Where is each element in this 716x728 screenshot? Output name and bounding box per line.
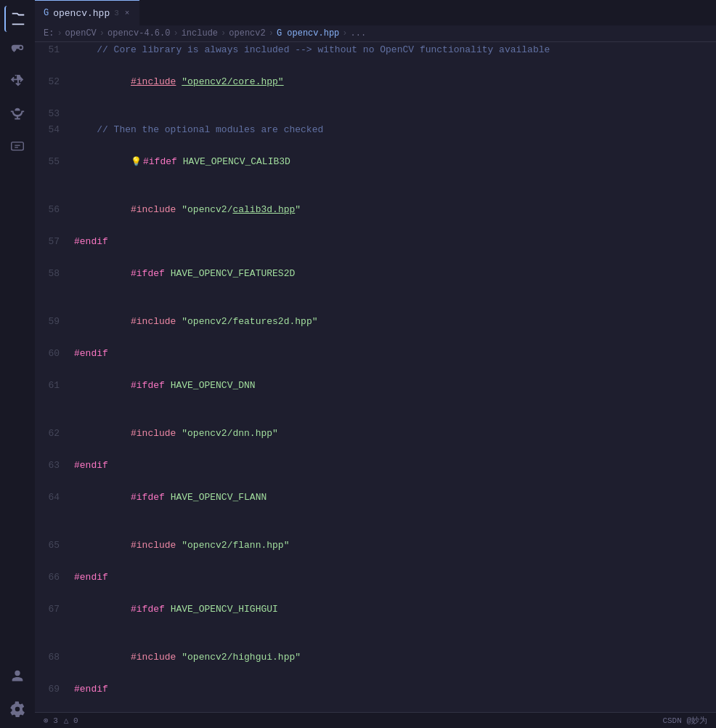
activity-bar-bottom: [4, 664, 30, 728]
tab-number: 3: [114, 9, 119, 17]
table-row: 68 #include "opencv2/highgui.hpp": [35, 634, 716, 682]
breadcrumb-e: E:: [44, 28, 54, 39]
csdn-credit: CSDN @妙为: [662, 715, 707, 726]
breadcrumb: E: › openCV › opencv-4.6.0 › include › o…: [35, 25, 716, 42]
editor-area: 51 // Core library is always included --…: [35, 42, 716, 712]
table-row: 58 #ifdef HAVE_OPENCV_FEATURES2D: [35, 250, 716, 298]
table-row: 56 #include "opencv2/calib3d.hpp": [35, 186, 716, 234]
table-row: 67 #ifdef HAVE_OPENCV_HIGHGUI: [35, 586, 716, 634]
table-row: 69 #endif: [35, 682, 716, 697]
table-row: 62 #include "opencv2/dnn.hpp": [35, 410, 716, 458]
table-row: 53: [35, 106, 716, 122]
status-left: ⊗ 3 △ 0: [44, 716, 78, 725]
source-control-icon[interactable]: [4, 38, 30, 64]
table-row: 70 #ifdef HAVE_OPENCV_IMGCODECS: [35, 697, 716, 712]
breadcrumb-file: G opencv.hpp: [277, 28, 339, 39]
remote-icon[interactable]: [4, 134, 30, 160]
table-row: 51 // Core library is always included --…: [35, 42, 716, 58]
table-row: 57 #endif: [35, 234, 716, 250]
table-row: 55 💡#ifdef HAVE_OPENCV_CALIB3D: [35, 138, 716, 186]
code-container[interactable]: 51 // Core library is always included --…: [35, 42, 716, 712]
status-bar: ⊗ 3 △ 0 CSDN @妙为: [35, 712, 716, 728]
tab-close-button[interactable]: ×: [123, 7, 131, 19]
table-row: 54 // Then the optional modules are chec…: [35, 122, 716, 138]
explorer-icon[interactable]: [4, 6, 30, 32]
breadcrumb-include: include: [182, 28, 218, 39]
table-row: 64 #ifdef HAVE_OPENCV_FLANN: [35, 474, 716, 522]
activity-bar: [0, 0, 35, 728]
breadcrumb-opencv2: opencv2: [229, 28, 265, 39]
table-row: 61 #ifdef HAVE_OPENCV_DNN: [35, 362, 716, 410]
table-row: 65 #include "opencv2/flann.hpp": [35, 522, 716, 570]
tab-label: opencv.hpp: [53, 8, 110, 19]
lightbulb-icon: 💡: [131, 157, 142, 167]
tab-file-icon: G: [44, 8, 49, 18]
debug-icon[interactable]: [4, 102, 30, 128]
account-icon[interactable]: [4, 664, 30, 690]
breadcrumb-ellipsis: ...: [351, 28, 367, 39]
extensions-icon[interactable]: [4, 70, 30, 96]
tab-bar: G opencv.hpp 3 ×: [35, 0, 716, 25]
settings-icon[interactable]: [4, 696, 30, 722]
error-count[interactable]: ⊗ 3: [44, 716, 58, 725]
table-row: 66 #endif: [35, 570, 716, 586]
table-row: 60 #endif: [35, 346, 716, 362]
file-tab[interactable]: G opencv.hpp 3 ×: [35, 0, 139, 25]
breadcrumb-version: opencv-4.6.0: [107, 28, 170, 39]
table-row: 63 #endif: [35, 458, 716, 474]
warning-count[interactable]: △ 0: [64, 716, 78, 725]
svg-rect-0: [12, 142, 24, 150]
breadcrumb-opencv: openCV: [65, 28, 97, 39]
table-row: 59 #include "opencv2/features2d.hpp": [35, 298, 716, 346]
table-row: 52 #include "opencv2/core.hpp": [35, 58, 716, 106]
main-content: G opencv.hpp 3 × E: › openCV › opencv-4.…: [35, 0, 716, 728]
